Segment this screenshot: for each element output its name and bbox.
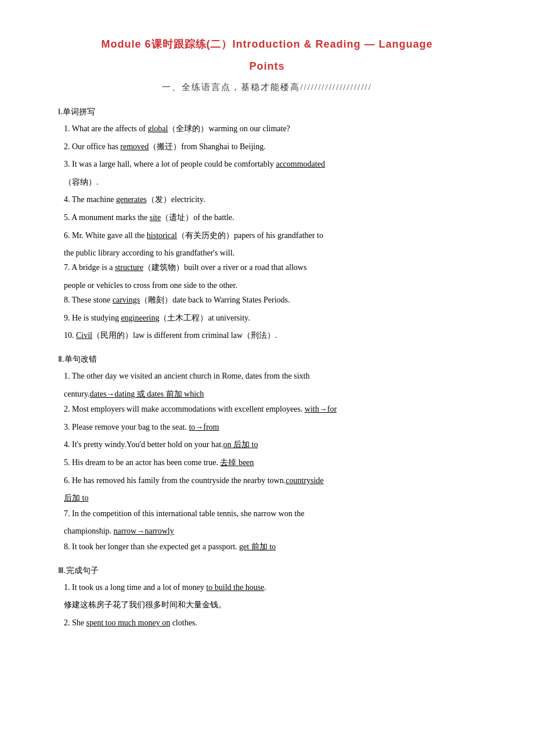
roman-heading-3: Ⅲ.完成句子	[58, 563, 488, 578]
item-text2: （有关历史的）papers of his grandfather to	[177, 231, 323, 240]
item-text: the public library according to his gran…	[64, 249, 234, 257]
section2-item-1: 1. The other day we visited an ancient c…	[46, 369, 488, 384]
item-text: 10.	[64, 331, 76, 340]
item-text: 3. Please remove your bag to the seat.	[64, 423, 189, 431]
correction-4: on 后加 to	[223, 440, 258, 449]
word-generates: generates	[116, 195, 147, 204]
section3-item-1: 1. It took us a long time and a lot of m…	[46, 580, 488, 596]
item-text2: （土木工程）at university.	[159, 314, 250, 322]
item-text: 6. He has removed his family from the co…	[64, 476, 286, 485]
section1-item-10: 10. Civil（民用的）law is different from crim…	[46, 328, 488, 344]
section2-item-2: 2. Most employers will make accommodatio…	[46, 402, 488, 417]
section1-item-8: 8. These stone carvings（雕刻）date back to …	[46, 293, 488, 308]
section2-item-1-cont: century.dates→dating 或 dates 前加 which	[46, 387, 488, 402]
item-text: 2. She	[64, 618, 86, 627]
item-text: 1. It took us a long time and a lot of m…	[64, 583, 206, 592]
section3-item-2: 2. She spent too much money on clothes.	[46, 615, 488, 631]
item-text2: （建筑物）built over a river or a road that a…	[143, 263, 306, 272]
item-text2: （遗址）of the battle.	[161, 213, 234, 222]
item-text: 5. His dream to be an actor has been com…	[64, 458, 220, 467]
item-num: 1. What are the affects of	[64, 124, 147, 133]
section1-item-6-cont: the public library according to his gran…	[46, 246, 488, 260]
item-text: 2. Most employers will make accommodatio…	[64, 405, 305, 413]
correction-5: 去掉 been	[220, 458, 254, 467]
word-accommodated: accommodated	[276, 160, 325, 168]
section1-item-7-cont: people or vehicles to cross from one sid…	[46, 278, 488, 293]
item-text: 4. The machine	[64, 195, 116, 204]
correction-2: with→for	[305, 405, 337, 413]
item-text: 8. These stone	[64, 296, 113, 304]
phrase-2: spent too much money on	[86, 618, 171, 627]
section2-item-3: 3. Please remove your bag to the seat. t…	[46, 420, 488, 435]
section2-item-6-cont: 后加 to	[46, 491, 488, 506]
word-site: site	[150, 213, 161, 222]
section1-item-6: 6. Mr. White gave all the historical（有关历…	[46, 228, 488, 244]
item-text: century.	[64, 390, 90, 398]
word-historical: historical	[147, 231, 177, 240]
item-text: people or vehicles to cross from one sid…	[64, 281, 237, 290]
section1-item-3-cont: （容纳）.	[46, 175, 488, 190]
page-title-line2: Points	[46, 57, 488, 75]
section1-item-3: 3. It was a large hall, where a lot of p…	[46, 157, 488, 172]
word-removed: removed	[120, 142, 149, 151]
word-engineering: engineering	[121, 314, 159, 322]
section1-item-9: 9. He is studying engineering（土木工程）at un…	[46, 311, 488, 326]
section1-item-1: 1. What are the affects of global（全球的）wa…	[46, 121, 488, 137]
item-text: 7. A bridge is a	[64, 263, 115, 272]
word-civil: Civil	[76, 331, 92, 340]
page-title-line1: Module 6课时跟踪练(二）Introduction & Reading —…	[46, 35, 488, 53]
section2-item-7: 7. In the competition of this internatio…	[46, 506, 488, 522]
item-text: 1. The other day we visited an ancient c…	[64, 372, 310, 380]
section3-item-1-chinese: 修建这栋房子花了我们很多时间和大量金钱。	[46, 597, 488, 613]
item-text: 9. He is studying	[64, 314, 121, 322]
correction-6b: 后加 to	[64, 494, 88, 502]
item-text2: .	[264, 583, 266, 592]
correction-8: get 前加 to	[239, 542, 276, 551]
item-num: 2. Our office has	[64, 142, 120, 151]
item-text: 4. It's pretty windy.You'd better hold o…	[64, 440, 223, 449]
section2-item-6: 6. He has removed his family from the co…	[46, 473, 488, 489]
section1-heading: 一、全练语言点，基稳才能楼高////////////////////	[46, 80, 488, 95]
section2-item-5: 5. His dream to be an actor has been com…	[46, 455, 488, 471]
item-text: 5. A monument marks the	[64, 213, 150, 222]
section1-item-5: 5. A monument marks the site（遗址）of the b…	[46, 210, 488, 226]
correction-3: to→from	[189, 423, 219, 431]
section1-item-7: 7. A bridge is a structure（建筑物）built ove…	[46, 260, 488, 276]
correction-1: dates→dating 或 dates 前加 which	[90, 390, 204, 398]
section2-item-8: 8. It took her longer than she expected …	[46, 539, 488, 555]
item-text2: （发）electricity.	[147, 195, 205, 204]
section2-item-4: 4. It's pretty windy.You'd better hold o…	[46, 437, 488, 453]
correction-6a: countryside	[286, 476, 323, 485]
item-text: （容纳）.	[64, 178, 99, 186]
item-text: championship.	[64, 527, 114, 535]
roman-heading-1: Ⅰ.单词拼写	[58, 105, 488, 119]
section1-item-2: 2. Our office has removed（搬迁）from Shangh…	[46, 139, 488, 155]
item-text2: （雕刻）date back to Warring States Periods.	[140, 296, 290, 304]
word-structure: structure	[115, 263, 143, 272]
section2-item-7-cont: championship. narrow→narrowly	[46, 524, 488, 539]
correction-7: narrow→narrowly	[114, 527, 174, 535]
item-text2: （民用的）law is different from criminal law（…	[92, 331, 277, 340]
chinese-translation-1: 修建这栋房子花了我们很多时间和大量金钱。	[64, 600, 226, 609]
word-carvings: carvings	[113, 296, 140, 304]
phrase-1: to build the house	[206, 583, 264, 592]
item-text: 3. It was a large hall, where a lot of p…	[64, 160, 276, 168]
item-text: （搬迁）from Shanghai to Beijing.	[149, 142, 265, 151]
item-text: （全球的）warming on our climate?	[168, 124, 290, 133]
item-text2: clothes.	[170, 618, 197, 627]
item-text: 7. In the competition of this internatio…	[64, 509, 304, 518]
roman-heading-2: Ⅱ.单句改错	[58, 352, 488, 366]
section1-item-4: 4. The machine generates（发）electricity.	[46, 192, 488, 208]
item-text: 8. It took her longer than she expected …	[64, 542, 239, 551]
item-text: 6. Mr. White gave all the	[64, 231, 147, 240]
word-global: global	[147, 124, 168, 133]
